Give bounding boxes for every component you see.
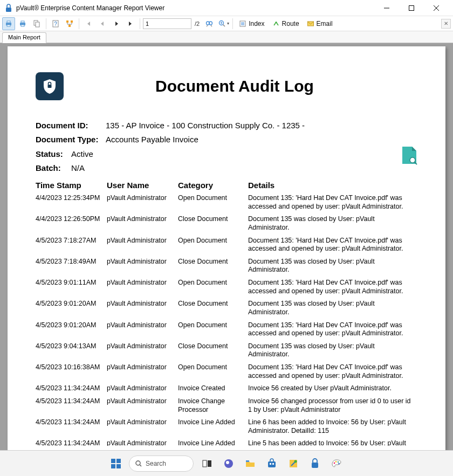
maximize-button[interactable]	[399, 0, 424, 16]
svg-rect-35	[111, 464, 115, 468]
batch-label: Batch:	[36, 161, 66, 175]
toolbar-separator	[46, 18, 46, 29]
cell-date: 4/5/2023	[36, 300, 64, 307]
svg-rect-50	[312, 463, 318, 468]
start-button[interactable]	[108, 456, 123, 471]
taskbar-app-store[interactable]	[264, 456, 280, 472]
cell-details: Document 135 was closed by User: pVault …	[248, 342, 417, 359]
cell-details: Document 135: 'Hard Hat Dev CAT Invoice.…	[248, 363, 417, 380]
page-number-input[interactable]	[143, 18, 191, 29]
email-button[interactable]: Email	[304, 17, 336, 30]
zoom-button[interactable]: ▾	[217, 17, 230, 30]
taskbar-search-label: Search	[146, 460, 166, 467]
quick-print-button[interactable]	[16, 17, 29, 30]
tree-button[interactable]	[63, 17, 76, 30]
taskbar-app-pvault[interactable]	[307, 456, 323, 472]
cell-category: Open Document	[178, 279, 248, 287]
svg-point-52	[335, 461, 337, 463]
cell-category: Invoice Change Processor	[178, 397, 248, 414]
cell-time: 11:34:24AM	[64, 397, 107, 405]
svg-point-37	[136, 461, 140, 465]
first-page-button[interactable]	[82, 17, 95, 30]
cell-date: 4/5/2023	[36, 321, 64, 329]
table-row: 4/5/202311:34:24AMpVault AdministratorIn…	[36, 395, 417, 416]
col-user: User Name	[107, 181, 178, 190]
cell-details: Document 135 was closed by User: pVault …	[248, 300, 417, 316]
cell-time: 9:01:11AM	[64, 279, 107, 286]
svg-rect-30	[48, 85, 52, 88]
cell-date: 4/5/2023	[36, 384, 64, 392]
find-button[interactable]	[203, 17, 216, 30]
svg-rect-36	[116, 464, 121, 468]
svg-rect-3	[409, 5, 414, 10]
cell-time: 12:25:34PM	[64, 194, 107, 202]
last-page-button[interactable]	[124, 17, 137, 30]
table-row: 4/5/20239:01:11AMpVault AdministratorOpe…	[36, 277, 417, 298]
cell-category: Invoice Line Added	[178, 418, 248, 427]
taskbar-app-paint[interactable]	[328, 456, 345, 472]
taskbar-app-explorer[interactable]	[242, 456, 258, 472]
report-page: Document Audit Log Document ID: 135 - AP…	[8, 46, 445, 450]
svg-point-51	[334, 462, 335, 464]
close-button[interactable]	[424, 0, 449, 16]
col-timestamp: Time Stamp	[36, 181, 107, 190]
svg-rect-13	[36, 22, 39, 27]
svg-rect-1	[6, 8, 11, 12]
copy-button[interactable]	[30, 17, 43, 30]
cell-date: 4/5/2023	[36, 258, 64, 265]
cell-date: 4/5/2023	[36, 237, 64, 244]
index-button[interactable]: Index	[236, 17, 267, 30]
svg-rect-10	[21, 21, 24, 23]
cell-details: Invoice 56 changed processor from user i…	[248, 397, 417, 414]
cell-user: pVault Administrator	[107, 342, 178, 350]
page-total-label: /2	[193, 20, 202, 27]
report-viewport[interactable]: Document Audit Log Document ID: 135 - AP…	[0, 43, 453, 450]
cell-user: pVault Administrator	[107, 300, 178, 307]
cell-category: Open Document	[178, 363, 248, 372]
taskbar-app-taskview[interactable]	[199, 456, 215, 472]
cell-details: Invoice 56 created by User pVault Admini…	[248, 384, 417, 393]
svg-rect-7	[7, 21, 10, 23]
window-title: pVault® Enterprise Content Manager Repor…	[16, 4, 374, 12]
col-details: Details	[248, 181, 417, 190]
doc-type-label: Document Type:	[36, 133, 100, 147]
svg-rect-8	[7, 25, 10, 26]
minimize-button[interactable]	[374, 0, 399, 16]
taskbar-app-settings[interactable]	[285, 456, 301, 472]
table-row: 4/5/202311:34:24AMpVault AdministratorIn…	[36, 382, 417, 395]
table-row: 4/4/202312:26:50PMpVault AdministratorCl…	[36, 213, 417, 234]
windows-taskbar: Search	[0, 450, 453, 476]
table-row: 4/5/20237:18:49AMpVault AdministratorClo…	[36, 256, 417, 277]
cell-user: pVault Administrator	[107, 384, 178, 392]
table-row: 4/5/20239:01:20AMpVault AdministratorClo…	[36, 298, 417, 319]
cell-time: 7:18:49AM	[64, 258, 107, 265]
cell-date: 4/5/2023	[36, 363, 64, 371]
doc-id-label: Document ID:	[36, 119, 100, 133]
help-button[interactable]: ?	[49, 17, 62, 30]
cell-user: pVault Administrator	[107, 418, 178, 426]
report-title: Document Audit Log	[52, 77, 417, 95]
cell-date: 4/5/2023	[36, 279, 64, 286]
tab-main-report[interactable]: Main Report	[2, 32, 46, 43]
taskbar-app-teams[interactable]	[221, 456, 237, 472]
cell-time: 9:01:20AM	[64, 321, 107, 329]
tab-strip: Main Report	[0, 31, 453, 43]
cell-category: Close Document	[178, 258, 248, 266]
route-button[interactable]: Route	[269, 17, 303, 30]
batch-value: N/A	[71, 161, 85, 175]
prev-page-button[interactable]	[96, 17, 109, 30]
cell-user: pVault Administrator	[107, 194, 178, 202]
print-button[interactable]	[2, 17, 15, 30]
cell-time: 9:04:13AM	[64, 342, 107, 350]
status-label: Status:	[36, 147, 66, 161]
cell-category: Close Document	[178, 342, 248, 351]
next-page-button[interactable]	[110, 17, 123, 30]
panel-close-button[interactable]: ✕	[441, 19, 451, 29]
taskbar-search[interactable]: Search	[129, 456, 194, 472]
email-label: Email	[317, 20, 333, 27]
doc-id-value: 135 - AP Invoice - 100 Construction Supp…	[106, 119, 305, 133]
doc-type-value: Accounts Payable Invoice	[106, 133, 198, 147]
cell-user: pVault Administrator	[107, 279, 178, 286]
toolbar-separator	[79, 18, 79, 29]
index-label: Index	[249, 20, 264, 27]
